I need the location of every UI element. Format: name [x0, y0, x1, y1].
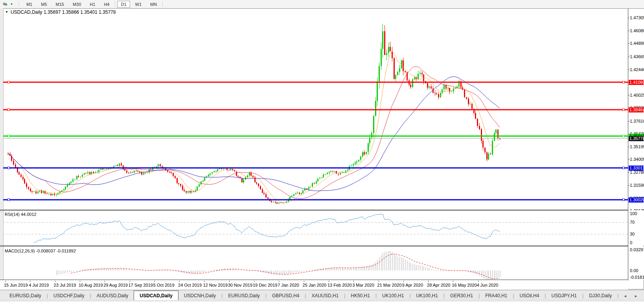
chevron-down-icon: ▼: [10, 3, 13, 6]
date-tick-label: 19 Dec 2019: [253, 283, 277, 287]
timeframe-button-mn[interactable]: MN: [147, 1, 160, 8]
hline-price-tag: 1.41060: [629, 80, 644, 85]
price-tick-label: 1.37610: [630, 119, 644, 123]
chart-tab-usdcnh-daily[interactable]: USDCNH,Daily: [178, 291, 221, 300]
timeframe-button-h4[interactable]: H4: [100, 1, 113, 8]
date-tick-label: 3 Mar 2020: [352, 283, 374, 287]
date-tick-mark: [353, 281, 354, 282]
chart-caption-bar[interactable]: ▼ USDCAD,Daily 1.35697 1.35866 1.35401 1…: [4, 9, 628, 15]
chart-tab-usoil-h4[interactable]: USOil,H4: [514, 291, 545, 300]
timeframe-button-h1[interactable]: H1: [86, 1, 99, 8]
date-tick-mark: [379, 281, 379, 282]
date-tick-mark: [5, 281, 6, 282]
macd-tick-label: 0.00: [630, 268, 638, 273]
price-tick-label: 1.32780: [630, 170, 644, 175]
chart-tab-fra40-h1[interactable]: FRA40,H1: [480, 291, 513, 300]
rsi-axis[interactable]: 10070300: [628, 210, 644, 245]
rsi-panel-canvas[interactable]: [3, 210, 628, 246]
date-tick-label: 23 Jul 2019: [54, 283, 76, 287]
tab-scroll-right-button[interactable]: ►: [634, 294, 641, 298]
date-tick-label: 13 Feb 2020: [328, 283, 352, 287]
date-tick-mark: [229, 281, 230, 282]
date-tick-mark: [179, 281, 180, 282]
chart-tab-usdjpy-h1[interactable]: USDJPY,H1: [546, 291, 582, 300]
rsi-tick-label: 30: [630, 232, 635, 236]
chart-tab-gbpusd-h4[interactable]: GBPUSD,H4: [267, 291, 305, 300]
chart-tab-xauusd-h1[interactable]: XAUUSD,H1: [306, 291, 344, 300]
price-tick-mark: [628, 172, 629, 173]
toolbar-grip[interactable]: [18, 1, 20, 7]
date-tick-mark: [254, 281, 254, 282]
timeframe-buttons: M1M5M15M30H1H4D1W1MN: [22, 1, 164, 8]
chart-tab-uk100-h1[interactable]: UK100,H1: [411, 291, 443, 300]
price-chart-canvas[interactable]: [3, 16, 628, 210]
price-tick-mark: [628, 31, 629, 31]
chart-tab-hk50-h1[interactable]: HK50,H1: [345, 291, 375, 300]
price-axis[interactable]: 1.473051.460801.448901.436651.424401.412…: [628, 9, 644, 210]
date-tick-label: 17 Sep 2019: [129, 283, 153, 287]
timeframe-button-m1[interactable]: M1: [23, 1, 36, 8]
date-tick-mark: [329, 281, 329, 282]
toolbar-separator: [115, 1, 115, 7]
chart-tools-icon: [2, 2, 9, 7]
chart-tab-audusd-daily[interactable]: AUDUSD,Daily: [91, 291, 134, 300]
date-tick-label: 9 Apr 2020: [402, 283, 423, 287]
price-tick-label: 1.31590: [630, 183, 644, 188]
panel-separator[interactable]: [0, 210, 628, 211]
timeframe-button-m15[interactable]: M15: [52, 1, 68, 8]
price-tick-label: 1.47305: [630, 15, 644, 20]
price-tick-mark: [628, 57, 629, 57]
terminal-window: ▼ M1M5M15M30H1H4D1W1MN ▼ USDCAD,Daily 1.…: [0, 0, 644, 302]
price-tick-label: 1.46080: [630, 28, 644, 33]
date-tick-label: 25 Jan 2020: [303, 283, 327, 287]
tab-scroll-left-button[interactable]: ◄: [624, 294, 630, 298]
chart-tab-bar: EURUSD,Daily|USDCHF,Daily|AUDUSD,DailyUS…: [0, 290, 644, 300]
price-tick-label: 1.42440: [630, 67, 644, 72]
panel-separator[interactable]: [0, 245, 628, 247]
timeframe-button-m30[interactable]: M30: [69, 1, 85, 8]
chart-tab-uk100-h1[interactable]: UK100,H1: [377, 291, 409, 300]
hline-price-tag: 1.30020: [629, 197, 644, 203]
chart-tab-usdcad-daily[interactable]: USDCAD,Daily: [134, 291, 178, 300]
date-tick-mark: [304, 281, 304, 282]
rsi-tick-label: 70: [630, 220, 635, 225]
macd-panel-canvas[interactable]: [3, 247, 628, 280]
date-tick-label: 24 Oct 2019: [178, 283, 202, 287]
price-tick-mark: [628, 147, 629, 147]
chart-title: USDCAD,Daily 1.35697 1.35866 1.35401 1.3…: [11, 9, 116, 15]
hline-price-tag: 1.33011: [629, 166, 644, 171]
date-tick-label: 10 Aug 2019: [79, 283, 103, 287]
date-tick-mark: [403, 281, 404, 282]
date-tick-mark: [80, 281, 80, 282]
date-tick-label: 21 Mar 2020: [377, 283, 402, 287]
date-tick-label: 15 Jun 2019: [4, 283, 28, 287]
macd-label: MACD(12,26,9) -0.008037 -0.011892: [5, 249, 76, 253]
hline-price-tag: 1.38464: [629, 107, 644, 112]
rsi-tick-label: 100: [630, 211, 637, 216]
date-tick-mark: [130, 281, 130, 282]
chart-tab-usdchf-daily[interactable]: USDCHF,Daily: [48, 291, 90, 300]
rsi-tick-label: 0: [630, 240, 632, 245]
date-tick-mark: [155, 281, 155, 282]
date-tick-label: 30 Nov 2019: [228, 283, 252, 287]
date-tick-mark: [453, 281, 453, 282]
chart-tab-ger30-h1[interactable]: GER30,H1: [445, 291, 478, 300]
timeframe-button-d1[interactable]: D1: [117, 1, 130, 8]
price-tick-mark: [628, 43, 629, 44]
date-axis[interactable]: 15 Jun 20194 Jul 201923 Jul 201910 Aug 2…: [0, 281, 628, 289]
timeframe-button-m5[interactable]: M5: [37, 1, 50, 8]
date-tick-mark: [428, 281, 429, 282]
macd-axis[interactable]: 0.0329720.00-0.01815: [628, 247, 644, 280]
chart-tab-eurusd-daily[interactable]: EURUSD,Daily: [4, 291, 47, 300]
date-tick-label: 12 Nov 2019: [203, 283, 227, 287]
chart-tab-dj30-daily[interactable]: DJ30,Daily: [583, 291, 617, 300]
chart-tab-eurusd-daily[interactable]: EURUSD,Daily: [223, 291, 265, 300]
chart-menu-caret-icon[interactable]: ▼: [5, 10, 8, 14]
chart-tools-button[interactable]: ▼: [0, 0, 15, 8]
date-tick-mark: [105, 281, 105, 282]
timeframe-button-w1[interactable]: W1: [132, 1, 145, 8]
price-tick-mark: [628, 121, 629, 122]
date-tick-label: 4 Jul 2019: [29, 283, 49, 287]
timeframes-toolbar: ▼ M1M5M15M30H1H4D1W1MN: [0, 0, 644, 9]
price-tick-mark: [628, 159, 629, 160]
